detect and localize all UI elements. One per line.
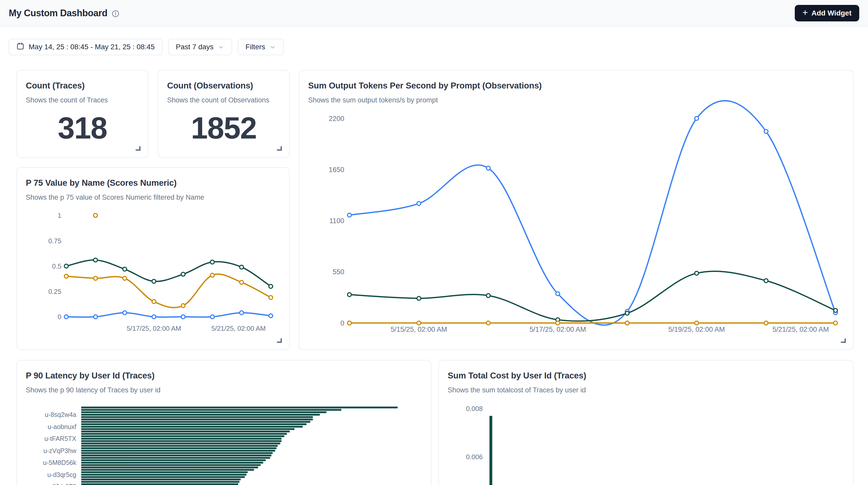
resize-handle-icon[interactable] xyxy=(841,338,846,343)
svg-text:1650: 1650 xyxy=(329,166,344,174)
widget-title: P 75 Value by Name (Scores Numeric) xyxy=(26,178,177,188)
svg-text:0.5: 0.5 xyxy=(52,262,61,270)
svg-text:1100: 1100 xyxy=(329,217,344,225)
add-widget-label: Add Widget xyxy=(811,9,851,17)
resize-handle-icon[interactable] xyxy=(136,146,141,151)
widget-subtitle: Shows the p 90 latency of Traces by user… xyxy=(26,386,160,394)
dashboard: My Custom Dashboard + Add Widget xyxy=(0,0,868,485)
widget-p75-scores: 00.250.50.7515/17/25, 02:00 AM5/21/25, 0… xyxy=(17,167,289,350)
resize-handle-icon[interactable] xyxy=(277,338,282,343)
widget-count-traces: Count (Traces) Shows the count of Traces… xyxy=(17,70,148,158)
svg-text:u-5M8D56k: u-5M8D56k xyxy=(43,459,76,466)
add-widget-button[interactable]: + Add Widget xyxy=(795,5,859,22)
svg-text:5/21/25, 02:00 AM: 5/21/25, 02:00 AM xyxy=(211,325,266,332)
svg-text:0.006: 0.006 xyxy=(466,453,483,461)
widget-subtitle: Shows the count of Traces xyxy=(26,96,108,104)
page-title: My Custom Dashboard xyxy=(9,8,107,19)
title-row: My Custom Dashboard xyxy=(9,8,119,19)
svg-text:1: 1 xyxy=(58,212,61,219)
widget-title: Sum Total Cost by User Id (Traces) xyxy=(448,371,586,381)
svg-text:0: 0 xyxy=(340,320,344,327)
widget-subtitle: Shows the p 75 value of Scores Numeric f… xyxy=(26,193,204,202)
svg-text:0: 0 xyxy=(58,313,61,321)
svg-text:u-tFAR5TX: u-tFAR5TX xyxy=(44,435,76,442)
svg-text:u-zVqP3hw: u-zVqP3hw xyxy=(43,447,76,454)
svg-text:0.75: 0.75 xyxy=(48,237,61,245)
svg-text:5/17/25, 02:00 AM: 5/17/25, 02:00 AM xyxy=(529,326,586,333)
date-range-picker[interactable]: May 14, 25 : 08:45 - May 21, 25 : 08:45 xyxy=(8,39,162,55)
svg-text:5/21/25, 02:00 AM: 5/21/25, 02:00 AM xyxy=(772,326,829,333)
svg-text:0.25: 0.25 xyxy=(48,287,61,295)
svg-text:5/19/25, 02:00 AM: 5/19/25, 02:00 AM xyxy=(669,326,725,333)
resize-handle-icon[interactable] xyxy=(277,146,282,151)
widget-count-observations: Count (Observations) Shows the count of … xyxy=(158,70,289,158)
svg-text:u-8fVa9T3: u-8fVa9T3 xyxy=(47,483,76,485)
chevron-down-icon xyxy=(269,44,276,51)
widget-title: Count (Traces) xyxy=(26,81,85,91)
filters-dropdown[interactable]: Filters xyxy=(238,39,284,55)
svg-text:5/15/25, 02:00 AM: 5/15/25, 02:00 AM xyxy=(391,326,447,333)
page-header: My Custom Dashboard + Add Widget xyxy=(0,0,868,27)
widget-subtitle: Shows the sum totalcost of Traces by use… xyxy=(448,386,586,394)
widget-subtitle: Shows the sum output tokens/s by prompt xyxy=(308,96,438,104)
count-value: 318 xyxy=(17,111,148,146)
date-range-label: May 14, 25 : 08:45 - May 21, 25 : 08:45 xyxy=(29,43,155,51)
widget-total-cost: 0.0080.006 Sum Total Cost by User Id (Tr… xyxy=(438,360,854,485)
line-chart-tokens: 05501100165022005/15/25, 02:00 AM5/17/25… xyxy=(300,70,854,350)
filters-label: Filters xyxy=(246,43,265,51)
plus-icon: + xyxy=(803,8,808,17)
widget-title: Sum Output Tokens Per Second by Prompt (… xyxy=(308,81,542,91)
widget-title: Count (Observations) xyxy=(167,81,253,91)
widget-p90-latency: u-8sq2w4au-aobnuxfu-tFAR5TXu-zVqP3hwu-5M… xyxy=(17,360,431,485)
widget-subtitle: Shows the count of Observations xyxy=(167,96,269,104)
filter-bar: May 14, 25 : 08:45 - May 21, 25 : 08:45 … xyxy=(8,39,284,55)
svg-text:u-d3qr5cg: u-d3qr5cg xyxy=(47,471,76,478)
svg-text:0.008: 0.008 xyxy=(466,405,483,413)
info-icon[interactable] xyxy=(112,10,119,18)
chevron-down-icon xyxy=(218,44,224,51)
svg-text:2200: 2200 xyxy=(329,115,344,123)
svg-text:550: 550 xyxy=(333,268,344,276)
calendar-icon xyxy=(16,42,25,52)
range-preset-dropdown[interactable]: Past 7 days xyxy=(168,39,232,55)
count-value: 1852 xyxy=(158,111,289,146)
range-preset-label: Past 7 days xyxy=(176,43,214,51)
svg-text:u-aobnuxf: u-aobnuxf xyxy=(48,423,76,430)
widget-title: P 90 Latency by User Id (Traces) xyxy=(26,371,154,381)
widget-tokens-per-prompt: 05501100165022005/15/25, 02:00 AM5/17/25… xyxy=(299,70,854,350)
svg-text:5/17/25, 02:00 AM: 5/17/25, 02:00 AM xyxy=(127,325,181,332)
svg-text:u-8sq2w4a: u-8sq2w4a xyxy=(45,411,76,418)
